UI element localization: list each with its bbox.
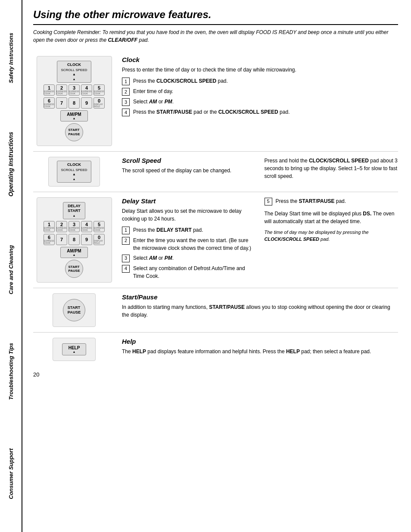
scroll-section: CLOCKSCROLL SPEED ▲ Scroll Speed The scr… [33,152,398,192]
clock-keypad: CLOCKSCROLL SPEED ▲ 1EXPRESS COOK 2EXPRE… [37,56,112,146]
delay-step-text-2: Enter the time you want the oven to star… [133,236,256,252]
key-1: 1EXPRESS COOK [44,84,55,96]
delay-extra-1: The Delay Start time will be displayed p… [265,210,399,225]
delay-step-text-4: Select any combination of Defrost Auto/T… [133,264,256,280]
key-5: 5EXPRESS COOK [93,84,105,96]
sidebar-item-safety[interactable]: Safety Instructions [6,28,16,87]
key-6: 6EXPRESS COOK [44,97,55,109]
help-image: HELP [33,338,115,361]
sidebar-item-consumer[interactable]: Consumer Support [6,444,16,504]
delay-key-4: 4EXPRESS COOK [81,221,92,232]
delay-step-1: 1 Press the DELAY START pad. [122,226,256,234]
delay-key-7: 7 [56,234,67,245]
sidebar: Safety Instructions Operating Instructio… [0,0,22,532]
key-0: 0DISPLAY HOLD [93,97,105,109]
page-number: 20 [33,371,398,378]
step-num-3: 3 [122,98,130,106]
delay-step-text-5: Press the START/PAUSE pad. [276,197,399,205]
delay-key-0: 0DISPLAY HOLD [93,234,105,245]
delay-step-num-1: 1 [122,227,130,234]
delay-step-4: 4 Select any combination of Defrost Auto… [122,264,256,280]
clock-scroll-button: CLOCKSCROLL SPEED ▲ [57,61,91,83]
ampm-button: AM/PM [60,110,87,121]
scroll-description: The scroll speed of the display can be c… [122,167,256,174]
start-pause-button-clock: STARTPAUSE [65,123,83,141]
delay-image: DELAYSTART 1EXPRESS COOK 2EXPRESS COOK 3… [33,197,115,283]
step-text-1: Press the CLOCK/SCROLL SPEED pad. [133,77,398,85]
scroll-image: CLOCKSCROLL SPEED ▲ [33,157,115,187]
delay-key-9: 9 [81,234,92,245]
step-num-1: 1 [122,78,130,85]
startpause-section: STARTPAUSE Start/Pause In addition to st… [33,288,398,333]
sidebar-item-operating[interactable]: Operating Instructions [5,128,16,201]
scroll-col-left: Scroll Speed The scroll speed of the dis… [122,157,256,180]
delay-ampm-button: AM/PM [60,247,87,258]
scroll-keypad: CLOCKSCROLL SPEED ▲ [48,157,100,187]
startpause-image: STARTPAUSE [33,293,115,327]
delay-step-2: 2 Enter the time you want the oven to st… [122,236,256,252]
delay-start-button: DELAYSTART [63,202,85,219]
numpad-row2: 6EXPRESS COOK 7 8 9 0DISPLAY HOLD [44,97,105,109]
scroll-title: Scroll Speed [122,157,256,164]
delay-step-num-2: 2 [122,237,130,245]
delay-start-pause-button: STARTPAUSE [65,260,83,278]
delay-step-num-5: 5 [265,198,272,205]
delay-keypad: DELAYSTART 1EXPRESS COOK 2EXPRESS COOK 3… [37,197,112,283]
step-text-4: Press the START/PAUSE pad or the CLOCK/S… [133,108,398,116]
sidebar-item-care[interactable]: Care and Cleaning [6,241,16,299]
key-8: 8 [68,97,80,109]
delay-key-6: 6EXPRESS COOK [44,234,55,245]
key-3: 3EXPRESS COOK [68,84,80,96]
delay-step-3: 3 Select AM or PM. [122,254,256,262]
key-9: 9 [81,97,92,109]
startpause-keypad: STARTPAUSE [53,293,96,327]
delay-col-left: Delay Start Delay Start allows you to se… [122,197,256,282]
clock-step-2: 2 Enter time of day. [122,87,398,96]
startpause-title: Start/Pause [122,293,398,301]
key-2: 2EXPRESS COOK [56,84,67,96]
delay-title: Delay Start [122,197,256,205]
delay-key-1: 1EXPRESS COOK [44,221,55,232]
clock-content: Clock Press to enter the time of day or … [122,56,398,118]
key-4: 4EXPRESS COOK [81,84,92,96]
delay-step-num-4: 4 [122,265,130,273]
delay-section: DELAYSTART 1EXPRESS COOK 2EXPRESS COOK 3… [33,192,398,288]
delay-two-col: Delay Start Delay Start allows you to se… [122,197,398,282]
startpause-button: STARTPAUSE [63,299,85,321]
delay-description: Delay Start allows you to set the microw… [122,207,256,223]
delay-key-5: 5EXPRESS COOK [93,221,105,232]
clock-step-4: 4 Press the START/PAUSE pad or the CLOCK… [122,108,398,116]
clock-step-1: 1 Press the CLOCK/SCROLL SPEED pad. [122,77,398,85]
delay-content: Delay Start Delay Start allows you to se… [122,197,398,282]
step-text-3: Select AM or PM. [133,98,398,106]
help-content: Help The HELP pad displays feature infor… [122,338,398,359]
help-keypad: HELP [53,338,96,361]
delay-step-num-3: 3 [122,255,130,262]
help-button: HELP [62,343,87,355]
delay-extra-2: The time of day may be displayed by pres… [265,229,399,243]
page-title: Using the other microwave features. [33,9,398,25]
delay-steps: 1 Press the DELAY START pad. 2 Enter the… [122,226,256,280]
step-num-2: 2 [122,88,130,96]
delay-step-5: 5 Press the START/PAUSE pad. [265,197,399,205]
step-num-4: 4 [122,109,130,116]
startpause-content: Start/Pause In addition to starting many… [122,293,398,322]
scroll-two-col: Scroll Speed The scroll speed of the dis… [122,157,398,180]
delay-numpad-row2: 6EXPRESS COOK 7 8 9 0DISPLAY HOLD [44,234,105,245]
sidebar-item-troubleshooting[interactable]: Troubleshooting Tips [6,339,16,404]
clock-image: CLOCKSCROLL SPEED ▲ 1EXPRESS COOK 2EXPRE… [33,56,115,146]
clock-step-3: 3 Select AM or PM. [122,98,398,106]
clock-steps: 1 Press the CLOCK/SCROLL SPEED pad. 2 En… [122,77,398,116]
startpause-description: In addition to starting many functions, … [122,303,398,319]
step-text-2: Enter time of day. [133,87,398,95]
clock-description: Press to enter the time of day or to che… [122,66,398,74]
delay-key-8: 8 [68,234,80,245]
clock-title: Clock [122,56,398,63]
main-content: Using the other microwave features. Cook… [22,0,411,532]
delay-step-text-1: Press the DELAY START pad. [133,226,256,234]
help-title: Help [122,338,398,345]
delay-key-3: 3EXPRESS COOK [68,221,80,232]
intro-text: Cooking Complete Reminder: To remind you… [33,28,398,44]
scroll-clock-button: CLOCKSCROLL SPEED ▲ [57,161,91,183]
delay-col-right: 5 Press the START/PAUSE pad. The Delay S… [265,197,399,282]
